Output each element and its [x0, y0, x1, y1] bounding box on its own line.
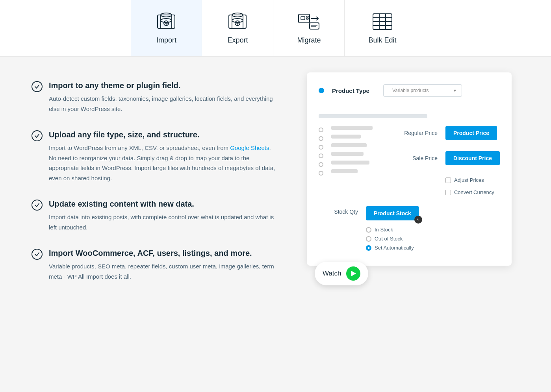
discount-price-button[interactable]: Discount Price	[445, 151, 500, 165]
regular-price-label: Regular Price	[398, 130, 438, 136]
feature-text-2: Upload any file type, size, and structur…	[49, 129, 275, 183]
in-stock-radio	[366, 227, 371, 233]
adjust-prices-row: Adjust Prices	[398, 177, 494, 183]
check-icon-2	[32, 130, 43, 141]
product-stock-button[interactable]: Product Stock	[366, 206, 419, 220]
feature-title-1: Import to any theme or plugin field.	[49, 80, 275, 91]
data-rows-section: Regular Price Product Price Sale Price D…	[319, 126, 500, 198]
svg-rect-9	[301, 17, 305, 20]
checkbox-section: Adjust Prices Convert Currency	[398, 177, 494, 198]
nav-label-import: Import	[156, 36, 176, 44]
nav-label-bulk-edit: Bulk Edit	[368, 36, 396, 44]
feature-title-4: Import WooCommerce, ACF, users, listings…	[49, 248, 275, 258]
nav-item-export[interactable]: Export	[202, 0, 273, 56]
regular-price-row: Regular Price Product Price	[398, 126, 500, 140]
out-of-stock-radio	[366, 236, 371, 242]
gray-bar-3	[331, 143, 367, 147]
feature-desc-1: Auto-detect custom fields, taxonomies, i…	[49, 94, 275, 114]
out-of-stock-label: Out of Stock	[375, 236, 403, 242]
watch-label: Watch	[323, 270, 341, 277]
row-radio-1	[319, 128, 323, 132]
gray-bar-1	[331, 126, 373, 130]
migrate-icon	[297, 12, 321, 31]
play-button[interactable]	[346, 266, 360, 281]
export-icon	[226, 12, 249, 31]
feature-item-4: Import WooCommerce, ACF, users, listings…	[32, 248, 275, 281]
feature-text-3: Update existing content with new data. I…	[49, 199, 275, 232]
import-icon	[154, 12, 178, 31]
set-automatically-radio	[366, 245, 371, 251]
row-radio-3	[319, 145, 323, 150]
product-price-button[interactable]: Product Price	[445, 126, 497, 140]
gray-bar-2	[331, 135, 361, 139]
product-stock-btn-wrap: Product Stock ↖	[366, 206, 419, 220]
product-type-label: Product Type	[332, 87, 375, 94]
adjust-prices-label: Adjust Prices	[454, 177, 484, 183]
play-icon	[351, 271, 356, 276]
feature-item-1: Import to any theme or plugin field. Aut…	[32, 80, 275, 114]
convert-currency-checkbox[interactable]	[445, 190, 451, 195]
price-section: Regular Price Product Price Sale Price D…	[398, 126, 500, 171]
row-radio-6	[319, 171, 323, 176]
main-content: Import to any theme or plugin field. Aut…	[0, 57, 551, 305]
nav-item-migrate[interactable]: Migrate	[273, 0, 345, 56]
nav-label-export: Export	[227, 36, 248, 44]
feature-desc-4: Variable products, SEO meta, repeater fi…	[49, 261, 275, 281]
product-type-value: Variable products	[392, 88, 429, 93]
row-radio-2	[319, 136, 323, 141]
product-type-select[interactable]: Variable products ▾	[383, 84, 462, 97]
data-rows-bars	[331, 126, 390, 198]
feature-text-4: Import WooCommerce, ACF, users, listings…	[49, 248, 275, 281]
stock-row: Stock Qty Product Stock ↖ In Stock Out o…	[319, 206, 500, 251]
stock-qty-label: Stock Qty	[319, 206, 358, 215]
svg-rect-10	[306, 16, 308, 17]
svg-rect-12	[310, 23, 319, 29]
product-type-radio	[319, 88, 324, 93]
svg-rect-8	[299, 14, 310, 23]
watch-button[interactable]: Watch	[315, 262, 368, 285]
data-rows-left	[319, 126, 323, 198]
chevron-down-icon: ▾	[454, 88, 456, 93]
svg-rect-11	[306, 18, 308, 19]
gray-bar-top	[319, 114, 427, 118]
nav-label-migrate: Migrate	[297, 36, 321, 44]
in-stock-label: In Stock	[375, 227, 393, 233]
row-radio-5	[319, 162, 323, 167]
check-icon-3	[32, 200, 43, 211]
gray-bar-6	[331, 169, 358, 173]
row-radio-4	[319, 153, 323, 158]
sale-price-label: Sale Price	[398, 155, 438, 161]
nav-item-import[interactable]: Import	[131, 0, 202, 56]
data-rows-right: Regular Price Product Price Sale Price D…	[398, 126, 500, 198]
feature-text-1: Import to any theme or plugin field. Aut…	[49, 80, 275, 114]
check-icon-1	[32, 81, 43, 92]
feature-desc-3: Import data into existing posts, with co…	[49, 212, 275, 232]
right-panel: Product Type Variable products ▾	[299, 80, 519, 281]
google-sheets-link[interactable]: Google Sheets	[230, 144, 269, 151]
set-automatically-label: Set Automatically	[375, 245, 414, 251]
bulk-edit-icon	[371, 12, 394, 31]
set-automatically-option[interactable]: Set Automatically	[366, 245, 419, 251]
gray-bar-4	[331, 152, 364, 156]
feature-title-2: Upload any file type, size, and structur…	[49, 129, 275, 140]
check-icon-4	[32, 249, 43, 260]
feature-item-3: Update existing content with new data. I…	[32, 199, 275, 232]
feature-desc-2: Import to WordPress from any XML, CSV, o…	[49, 143, 275, 183]
feature-title-3: Update existing content with new data.	[49, 199, 275, 209]
product-type-row: Product Type Variable products ▾	[319, 84, 500, 105]
ui-mockup: Product Type Variable products ▾	[307, 72, 512, 266]
features-list: Import to any theme or plugin field. Aut…	[32, 80, 275, 281]
in-stock-option[interactable]: In Stock	[366, 227, 419, 233]
adjust-prices-checkbox[interactable]	[445, 178, 451, 183]
convert-currency-row: Convert Currency	[398, 189, 494, 195]
sale-price-row: Sale Price Discount Price	[398, 151, 500, 165]
gray-bar-5	[331, 161, 369, 165]
out-of-stock-option[interactable]: Out of Stock	[366, 236, 419, 242]
stock-options: Product Stock ↖ In Stock Out of Stock Se…	[366, 206, 419, 251]
top-navigation: Import Export Migrate	[0, 0, 551, 57]
convert-currency-label: Convert Currency	[454, 189, 494, 195]
feature-item-2: Upload any file type, size, and structur…	[32, 129, 275, 183]
nav-item-bulk-edit[interactable]: Bulk Edit	[345, 0, 420, 56]
cursor-indicator: ↖	[414, 216, 422, 224]
